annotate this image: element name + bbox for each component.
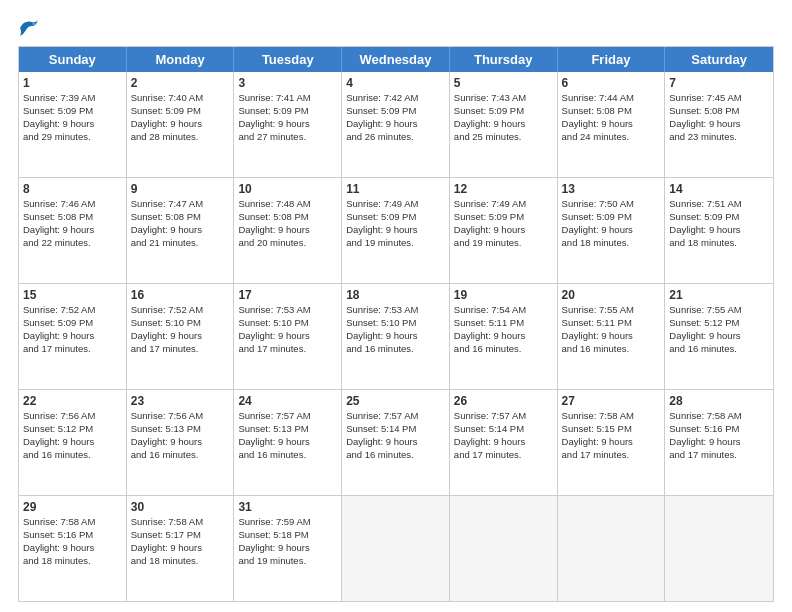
day-cell-9: 9Sunrise: 7:47 AM Sunset: 5:08 PM Daylig… [127, 178, 235, 283]
header-day-wednesday: Wednesday [342, 47, 450, 72]
day-info: Sunrise: 7:40 AM Sunset: 5:09 PM Dayligh… [131, 92, 203, 141]
day-cell-2: 2Sunrise: 7:40 AM Sunset: 5:09 PM Daylig… [127, 72, 235, 177]
day-info: Sunrise: 7:41 AM Sunset: 5:09 PM Dayligh… [238, 92, 310, 141]
header-day-sunday: Sunday [19, 47, 127, 72]
day-cell-10: 10Sunrise: 7:48 AM Sunset: 5:08 PM Dayli… [234, 178, 342, 283]
day-number: 26 [454, 393, 553, 409]
day-info: Sunrise: 7:58 AM Sunset: 5:16 PM Dayligh… [669, 410, 741, 459]
day-info: Sunrise: 7:43 AM Sunset: 5:09 PM Dayligh… [454, 92, 526, 141]
day-number: 16 [131, 287, 230, 303]
day-number: 21 [669, 287, 769, 303]
page: SundayMondayTuesdayWednesdayThursdayFrid… [0, 0, 792, 612]
day-cell-11: 11Sunrise: 7:49 AM Sunset: 5:09 PM Dayli… [342, 178, 450, 283]
day-cell-6: 6Sunrise: 7:44 AM Sunset: 5:08 PM Daylig… [558, 72, 666, 177]
day-number: 13 [562, 181, 661, 197]
logo-bird-icon [18, 18, 40, 38]
day-info: Sunrise: 7:39 AM Sunset: 5:09 PM Dayligh… [23, 92, 95, 141]
calendar: SundayMondayTuesdayWednesdayThursdayFrid… [18, 46, 774, 602]
day-number: 20 [562, 287, 661, 303]
header-day-saturday: Saturday [665, 47, 773, 72]
day-number: 2 [131, 75, 230, 91]
day-cell-16: 16Sunrise: 7:52 AM Sunset: 5:10 PM Dayli… [127, 284, 235, 389]
day-info: Sunrise: 7:53 AM Sunset: 5:10 PM Dayligh… [238, 304, 310, 353]
day-number: 6 [562, 75, 661, 91]
logo-text [18, 18, 48, 38]
day-number: 27 [562, 393, 661, 409]
day-info: Sunrise: 7:46 AM Sunset: 5:08 PM Dayligh… [23, 198, 95, 247]
day-cell-20: 20Sunrise: 7:55 AM Sunset: 5:11 PM Dayli… [558, 284, 666, 389]
day-info: Sunrise: 7:44 AM Sunset: 5:08 PM Dayligh… [562, 92, 634, 141]
day-info: Sunrise: 7:45 AM Sunset: 5:08 PM Dayligh… [669, 92, 741, 141]
empty-cell [558, 496, 666, 601]
day-number: 11 [346, 181, 445, 197]
day-cell-22: 22Sunrise: 7:56 AM Sunset: 5:12 PM Dayli… [19, 390, 127, 495]
day-cell-28: 28Sunrise: 7:58 AM Sunset: 5:16 PM Dayli… [665, 390, 773, 495]
day-cell-18: 18Sunrise: 7:53 AM Sunset: 5:10 PM Dayli… [342, 284, 450, 389]
day-info: Sunrise: 7:48 AM Sunset: 5:08 PM Dayligh… [238, 198, 310, 247]
day-info: Sunrise: 7:47 AM Sunset: 5:08 PM Dayligh… [131, 198, 203, 247]
day-number: 15 [23, 287, 122, 303]
calendar-row-week-5: 29Sunrise: 7:58 AM Sunset: 5:16 PM Dayli… [19, 496, 773, 601]
day-info: Sunrise: 7:52 AM Sunset: 5:09 PM Dayligh… [23, 304, 95, 353]
day-cell-24: 24Sunrise: 7:57 AM Sunset: 5:13 PM Dayli… [234, 390, 342, 495]
calendar-row-week-1: 1Sunrise: 7:39 AM Sunset: 5:09 PM Daylig… [19, 72, 773, 178]
day-info: Sunrise: 7:58 AM Sunset: 5:17 PM Dayligh… [131, 516, 203, 565]
day-cell-15: 15Sunrise: 7:52 AM Sunset: 5:09 PM Dayli… [19, 284, 127, 389]
logo [18, 18, 48, 38]
day-info: Sunrise: 7:58 AM Sunset: 5:16 PM Dayligh… [23, 516, 95, 565]
day-cell-13: 13Sunrise: 7:50 AM Sunset: 5:09 PM Dayli… [558, 178, 666, 283]
day-cell-27: 27Sunrise: 7:58 AM Sunset: 5:15 PM Dayli… [558, 390, 666, 495]
header-day-tuesday: Tuesday [234, 47, 342, 72]
day-cell-17: 17Sunrise: 7:53 AM Sunset: 5:10 PM Dayli… [234, 284, 342, 389]
day-number: 22 [23, 393, 122, 409]
day-cell-25: 25Sunrise: 7:57 AM Sunset: 5:14 PM Dayli… [342, 390, 450, 495]
day-number: 7 [669, 75, 769, 91]
day-number: 3 [238, 75, 337, 91]
day-info: Sunrise: 7:49 AM Sunset: 5:09 PM Dayligh… [454, 198, 526, 247]
day-cell-19: 19Sunrise: 7:54 AM Sunset: 5:11 PM Dayli… [450, 284, 558, 389]
day-cell-21: 21Sunrise: 7:55 AM Sunset: 5:12 PM Dayli… [665, 284, 773, 389]
day-info: Sunrise: 7:42 AM Sunset: 5:09 PM Dayligh… [346, 92, 418, 141]
day-number: 29 [23, 499, 122, 515]
day-cell-5: 5Sunrise: 7:43 AM Sunset: 5:09 PM Daylig… [450, 72, 558, 177]
calendar-row-week-4: 22Sunrise: 7:56 AM Sunset: 5:12 PM Dayli… [19, 390, 773, 496]
day-cell-14: 14Sunrise: 7:51 AM Sunset: 5:09 PM Dayli… [665, 178, 773, 283]
day-number: 31 [238, 499, 337, 515]
day-info: Sunrise: 7:57 AM Sunset: 5:14 PM Dayligh… [346, 410, 418, 459]
empty-cell [342, 496, 450, 601]
empty-cell [665, 496, 773, 601]
calendar-body: 1Sunrise: 7:39 AM Sunset: 5:09 PM Daylig… [19, 72, 773, 601]
day-number: 25 [346, 393, 445, 409]
day-cell-29: 29Sunrise: 7:58 AM Sunset: 5:16 PM Dayli… [19, 496, 127, 601]
day-info: Sunrise: 7:55 AM Sunset: 5:11 PM Dayligh… [562, 304, 634, 353]
day-cell-1: 1Sunrise: 7:39 AM Sunset: 5:09 PM Daylig… [19, 72, 127, 177]
day-number: 28 [669, 393, 769, 409]
day-info: Sunrise: 7:59 AM Sunset: 5:18 PM Dayligh… [238, 516, 310, 565]
day-info: Sunrise: 7:57 AM Sunset: 5:13 PM Dayligh… [238, 410, 310, 459]
day-info: Sunrise: 7:51 AM Sunset: 5:09 PM Dayligh… [669, 198, 741, 247]
day-number: 19 [454, 287, 553, 303]
day-cell-23: 23Sunrise: 7:56 AM Sunset: 5:13 PM Dayli… [127, 390, 235, 495]
day-cell-30: 30Sunrise: 7:58 AM Sunset: 5:17 PM Dayli… [127, 496, 235, 601]
calendar-header: SundayMondayTuesdayWednesdayThursdayFrid… [19, 47, 773, 72]
calendar-row-week-2: 8Sunrise: 7:46 AM Sunset: 5:08 PM Daylig… [19, 178, 773, 284]
day-cell-7: 7Sunrise: 7:45 AM Sunset: 5:08 PM Daylig… [665, 72, 773, 177]
day-info: Sunrise: 7:49 AM Sunset: 5:09 PM Dayligh… [346, 198, 418, 247]
day-info: Sunrise: 7:56 AM Sunset: 5:13 PM Dayligh… [131, 410, 203, 459]
day-number: 1 [23, 75, 122, 91]
day-cell-8: 8Sunrise: 7:46 AM Sunset: 5:08 PM Daylig… [19, 178, 127, 283]
day-number: 17 [238, 287, 337, 303]
day-number: 5 [454, 75, 553, 91]
day-number: 10 [238, 181, 337, 197]
day-number: 14 [669, 181, 769, 197]
day-number: 4 [346, 75, 445, 91]
day-info: Sunrise: 7:54 AM Sunset: 5:11 PM Dayligh… [454, 304, 526, 353]
header [18, 18, 774, 38]
day-info: Sunrise: 7:57 AM Sunset: 5:14 PM Dayligh… [454, 410, 526, 459]
day-number: 30 [131, 499, 230, 515]
day-cell-31: 31Sunrise: 7:59 AM Sunset: 5:18 PM Dayli… [234, 496, 342, 601]
day-number: 23 [131, 393, 230, 409]
calendar-row-week-3: 15Sunrise: 7:52 AM Sunset: 5:09 PM Dayli… [19, 284, 773, 390]
day-info: Sunrise: 7:58 AM Sunset: 5:15 PM Dayligh… [562, 410, 634, 459]
header-day-thursday: Thursday [450, 47, 558, 72]
